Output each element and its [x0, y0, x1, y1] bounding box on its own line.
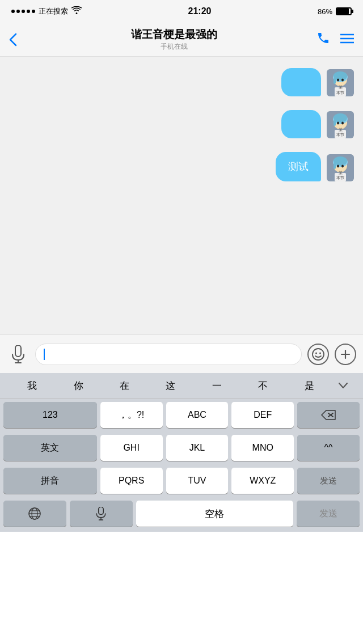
nav-bar: 谐王音梗是最强的 手机在线 [0, 23, 363, 57]
key-tuv[interactable]: TUV [166, 468, 229, 494]
suggestion-bu[interactable]: 不 [240, 377, 286, 395]
message-bubble [281, 110, 321, 138]
avatar: 本节 某 [327, 111, 354, 138]
svg-point-36 [313, 349, 324, 360]
emoji-button[interactable] [307, 344, 329, 365]
key-delete[interactable] [297, 402, 360, 428]
nav-title: 谐王音梗是最强的 [32, 27, 316, 42]
suggestion-bar: 我 你 在 这 一 不 是 [0, 373, 363, 399]
message-row: 本节 某 [9, 110, 354, 138]
status-time: 21:20 [188, 6, 212, 16]
key-mno[interactable]: MNO [231, 435, 294, 461]
svg-text:本节: 本节 [336, 176, 344, 180]
phone-button[interactable] [316, 31, 330, 48]
svg-point-9 [341, 79, 344, 82]
key-pqrs[interactable]: PQRS [100, 468, 163, 494]
svg-point-37 [315, 352, 317, 354]
message-row: 测试 本节 某 [9, 152, 354, 181]
expand-suggestions-icon[interactable] [332, 378, 354, 394]
svg-text:某: 某 [339, 128, 343, 132]
key-row-3: 拼音 PQRS TUV WXYZ 发送 [0, 465, 363, 498]
space-label: 空格 [205, 507, 224, 520]
svg-point-38 [319, 352, 321, 354]
message-bubble [281, 68, 321, 96]
svg-text:某: 某 [339, 171, 343, 175]
key-def[interactable]: DEF [231, 402, 294, 428]
battery-percent: 86% [318, 7, 332, 16]
key-caps[interactable]: ^^ [297, 435, 360, 461]
suggestion-shi[interactable]: 是 [286, 377, 332, 395]
nav-actions [316, 31, 354, 48]
key-row-2: 英文 GHI JKL MNO ^^ [0, 432, 363, 465]
key-send-bottom[interactable]: 发送 [297, 501, 360, 527]
status-left: 正在搜索 [11, 6, 82, 16]
key-send-3[interactable]: 发送 [297, 468, 360, 494]
mic-button[interactable] [7, 343, 29, 366]
svg-point-18 [337, 122, 339, 125]
text-cursor [44, 349, 45, 360]
avatar: 本节 某 [327, 69, 354, 96]
svg-text:本节: 本节 [336, 133, 344, 137]
avatar: 本节 某 [327, 154, 354, 181]
message-bubble: 测试 [276, 152, 321, 181]
key-space[interactable]: 空格 [136, 501, 293, 527]
keyboard: 123 ，。?! ABC DEF 英文 GHI JKL [0, 399, 363, 532]
svg-rect-27 [334, 163, 336, 169]
nav-subtitle: 手机在线 [32, 42, 316, 52]
svg-text:本节: 本节 [336, 91, 344, 95]
key-ghi[interactable]: GHI [100, 435, 163, 461]
wifi-icon [71, 6, 82, 16]
key-wxyz[interactable]: WXYZ [231, 468, 294, 494]
plus-button[interactable] [335, 344, 356, 365]
key-row-4: 空格 发送 [0, 498, 363, 532]
key-yingwen[interactable]: 英文 [3, 435, 97, 461]
suggestion-wo[interactable]: 我 [9, 377, 55, 395]
key-pinyin[interactable]: 拼音 [3, 468, 97, 494]
status-searching-text: 正在搜索 [39, 6, 68, 16]
message-text: 测试 [288, 160, 309, 173]
svg-point-8 [337, 79, 339, 82]
key-jkl[interactable]: JKL [166, 435, 229, 461]
key-abc[interactable]: ABC [166, 402, 229, 428]
back-button[interactable] [9, 33, 32, 46]
svg-point-29 [341, 165, 344, 168]
svg-rect-7 [334, 78, 336, 84]
key-row-1: 123 ，。?! ABC DEF [0, 399, 363, 432]
svg-rect-48 [99, 507, 104, 515]
suggestion-yi[interactable]: 一 [194, 377, 240, 395]
text-input[interactable] [35, 344, 302, 365]
input-bar [0, 334, 363, 373]
suggestion-zai[interactable]: 在 [102, 377, 147, 395]
suggestion-ni[interactable]: 你 [55, 377, 101, 395]
send-label: 发送 [319, 508, 337, 520]
nav-title-area: 谐王音梗是最强的 手机在线 [32, 27, 316, 52]
key-123[interactable]: 123 [3, 402, 97, 428]
menu-button[interactable] [340, 32, 354, 47]
battery-fill [337, 9, 349, 14]
suggestion-zhe[interactable]: 这 [147, 377, 193, 395]
chat-area: 本节 某 本节 某 测试 [0, 57, 363, 334]
svg-point-19 [341, 122, 344, 125]
svg-text:某: 某 [339, 85, 343, 89]
key-mic-bottom[interactable] [70, 501, 133, 527]
svg-rect-17 [334, 120, 336, 126]
svg-point-28 [337, 165, 339, 168]
status-right: 86% [318, 7, 352, 16]
message-row: 本节 某 [9, 68, 354, 96]
svg-rect-33 [15, 345, 21, 357]
battery-icon [336, 7, 352, 15]
signal-dots [11, 10, 35, 13]
status-bar: 正在搜索 21:20 86% [0, 0, 363, 23]
key-globe[interactable] [3, 501, 66, 527]
key-punctuation[interactable]: ，。?! [100, 402, 163, 428]
